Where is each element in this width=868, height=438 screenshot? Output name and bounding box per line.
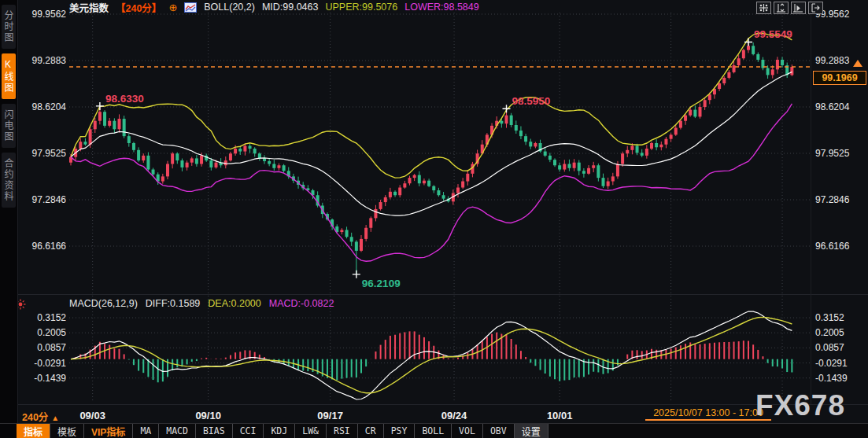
candle-body (350, 237, 353, 241)
price-axis-label-right: 96.6166 (815, 241, 850, 252)
candle-body (756, 54, 759, 60)
macd-axis-label-left: 0.2005 (37, 327, 66, 338)
candle-body (418, 175, 421, 184)
candle-body (89, 129, 92, 144)
toolbar-item-VOL[interactable]: VOL (452, 424, 483, 438)
x-axis-zoom-icon[interactable] (791, 2, 806, 14)
price-axis-label-left: 99.9562 (32, 9, 67, 20)
candle-body (684, 116, 687, 121)
macd-hist-value: MACD:-0.0822 (269, 298, 334, 309)
candle-body (524, 136, 527, 142)
candle-body (553, 160, 556, 165)
toolbar-item-MACD[interactable]: MACD (159, 424, 196, 438)
macd-axis-label-left: 0.3152 (37, 312, 66, 323)
boll-upper-line (71, 33, 792, 178)
candle-body (664, 139, 667, 145)
toolbar-spacer (0, 424, 17, 438)
shift-right-icon[interactable] (808, 2, 823, 14)
period-selector[interactable]: 240分▲ (22, 409, 59, 424)
candle-body (766, 68, 770, 75)
candle-body (263, 158, 266, 161)
toolbar-item-BIAS[interactable]: BIAS (196, 424, 233, 438)
candle-body (345, 230, 349, 237)
candle-body (137, 150, 140, 160)
candle-body (186, 163, 189, 167)
candle-body (500, 121, 503, 124)
candle-body (573, 163, 576, 168)
candle-body (659, 145, 663, 148)
candle-body (379, 202, 382, 209)
candle-body (563, 164, 566, 169)
candle-body (752, 46, 755, 54)
toolbar-item-MA[interactable]: MA (133, 424, 159, 438)
toolbar-item-PSY[interactable]: PSY (384, 424, 416, 438)
candle-body (790, 67, 793, 75)
candle-body (427, 181, 430, 186)
sidebar-tab-合约资料[interactable]: 合约资料 (2, 153, 16, 208)
candle-body (229, 153, 232, 160)
candle-body (108, 121, 111, 126)
price-axis-label-right: 97.9525 (815, 148, 850, 159)
plus-circle-icon[interactable]: ⊕ (168, 2, 177, 13)
candle-body (602, 178, 605, 186)
candle-body (466, 174, 469, 182)
candle-body (592, 165, 595, 168)
candle-body (718, 83, 721, 89)
toolbar-item-OBV[interactable]: OBV (483, 424, 515, 438)
candle-body (355, 241, 358, 250)
candle-body (607, 182, 610, 186)
chart-plot-area[interactable]: 99.956299.956299.288399.288398.620498.62… (0, 0, 868, 438)
trading-app-window: 99.956299.956299.288399.288398.620498.62… (0, 0, 868, 438)
date-axis-label: 09/03 (79, 410, 105, 421)
period-dropdown-arrow: ▲ (51, 414, 59, 422)
candle-body (727, 72, 730, 78)
macd-param-label: MACD(26,12,9) (69, 298, 138, 309)
sidebar-tab-K线图[interactable]: K线图 (2, 53, 16, 99)
boll-lower-value: LOWER:98.5849 (404, 2, 479, 13)
toolbar-item-RSI[interactable]: RSI (327, 424, 358, 438)
sidebar-tab-分时图[interactable]: 分时图 (2, 5, 16, 49)
macd-axis-label-left: -0.0291 (34, 358, 66, 369)
candle-body (582, 171, 585, 174)
candle-body (79, 142, 82, 149)
macd-axis-label-right: 0.0857 (815, 342, 844, 353)
candle-body (389, 192, 392, 197)
candle-body (234, 149, 237, 153)
y-axis-zoom-icon[interactable] (774, 2, 789, 14)
candle-body (113, 121, 116, 130)
candle-body (708, 94, 711, 100)
toolbar-item-VIP指标[interactable]: VIP指标 (84, 424, 133, 438)
crosshair-icon[interactable] (756, 2, 771, 14)
macd-dea-value: DEA:0.2000 (208, 298, 260, 309)
chart-header: 美元指数 【240分】 ⊕ BOLL(20,2) MID:99.0463 UPP… (69, 1, 479, 13)
candle-body (699, 107, 702, 116)
candle-body (209, 160, 212, 167)
toolbar-item-CR[interactable]: CR (358, 424, 384, 438)
toolbar-item-KDJ[interactable]: KDJ (264, 424, 295, 438)
toolbar-item-指标[interactable]: 指标 (17, 424, 50, 438)
candle-body (747, 46, 750, 50)
candle-body (742, 50, 745, 59)
candle-body (549, 156, 552, 160)
candle-body (587, 168, 590, 174)
boll-lower-line (71, 104, 792, 261)
price-axis-label-right: 99.2883 (815, 55, 850, 66)
candle-body (272, 164, 275, 167)
toolbar-item-BOLL[interactable]: BOLL (415, 424, 452, 438)
toolbar-item-LW&[interactable]: LW& (295, 424, 327, 438)
extreme-cross-marker (96, 102, 104, 110)
mini-chart-icon (184, 2, 197, 13)
candle-body (118, 119, 121, 129)
macd-header: MACD(26,12,9) DIFF:0.1589 DEA:0.2000 MAC… (69, 297, 334, 309)
macd-axis-label-right: 0.2005 (815, 327, 844, 338)
boll-param-label: BOLL(20,2) (204, 2, 255, 13)
toolbar-item-设置[interactable]: 设置 (515, 424, 549, 438)
candle-body (781, 60, 784, 65)
candle-body (510, 116, 513, 125)
candle-body (567, 164, 571, 167)
toolbar-item-模板[interactable]: 模板 (50, 424, 84, 438)
candle-body (505, 116, 508, 124)
toolbar-item-CCI[interactable]: CCI (233, 424, 264, 438)
candle-body (127, 136, 131, 143)
sidebar-tab-闪电图[interactable]: 闪电图 (2, 104, 16, 148)
